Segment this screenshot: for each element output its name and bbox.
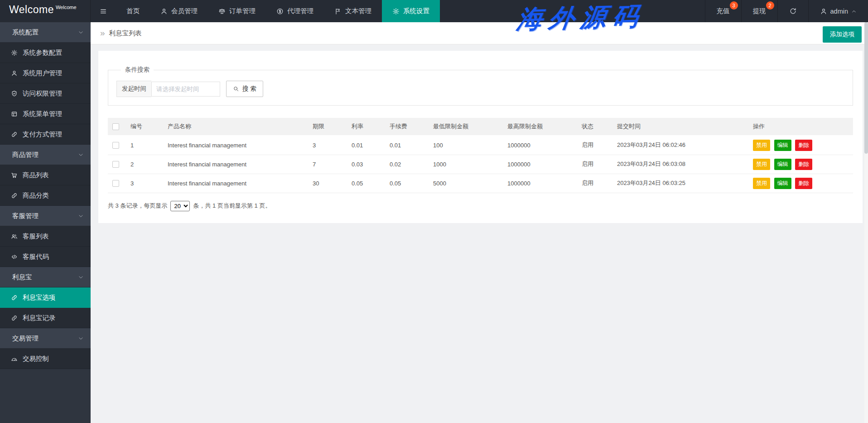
shield-check-icon	[11, 90, 18, 97]
cell-id: 3	[126, 174, 163, 193]
refresh-button[interactable]	[777, 0, 808, 22]
nav-item-agents[interactable]: 代理管理	[266, 0, 324, 22]
sidebar-group-label: 利息宝	[12, 273, 32, 282]
col-submit-time: 提交时间	[612, 118, 748, 136]
cell-status: 启用	[577, 136, 612, 155]
pagination-suffix: 条，共 1 页当前显示第 1 页。	[193, 202, 271, 210]
edit-button[interactable]: 编辑	[774, 140, 791, 151]
disable-button[interactable]: 禁用	[753, 178, 770, 189]
edit-button[interactable]: 编辑	[774, 178, 791, 189]
delete-button[interactable]: 删除	[795, 178, 812, 189]
sidebar-item-product-list[interactable]: 商品列表	[0, 165, 91, 185]
sidebar-item-system-users[interactable]: 系统用户管理	[0, 63, 91, 83]
cell-actions: 禁用 编辑 删除	[748, 174, 853, 193]
main-content: » 利息宝列表 添加选项 条件搜索 发起时间 搜 索	[91, 22, 868, 423]
code-icon	[11, 253, 18, 260]
add-option-button[interactable]: 添加选项	[823, 26, 862, 43]
menu-toggle-button[interactable]	[91, 0, 116, 22]
content-card: 条件搜索 发起时间 搜 索 编号 产品名称	[98, 51, 863, 223]
recharge-button[interactable]: 充值 3	[705, 0, 741, 22]
delete-button[interactable]: 删除	[795, 140, 812, 151]
gear-icon	[11, 49, 18, 56]
sidebar-item-label: 客服列表	[23, 232, 49, 241]
col-product-name: 产品名称	[163, 118, 308, 136]
sidebar-group-trade[interactable]: 交易管理	[0, 328, 91, 349]
chevron-down-icon	[78, 274, 84, 280]
topbar-right: 充值 3 提现 2 admin	[705, 0, 868, 22]
cell-fee: 0.05	[385, 174, 429, 193]
cell-id: 1	[126, 136, 163, 155]
date-input[interactable]	[151, 82, 220, 97]
sidebar-group-system-config[interactable]: 系统配置	[0, 22, 91, 43]
search-button[interactable]: 搜 索	[226, 81, 263, 97]
sidebar-group-label: 商品管理	[12, 151, 39, 159]
nav-item-orders[interactable]: 订单管理	[208, 0, 266, 22]
page-title: 利息宝列表	[109, 29, 142, 38]
table-row: 1 Interest financial management 3 0.01 0…	[108, 136, 853, 155]
nav-item-texts[interactable]: 文本管理	[324, 0, 382, 22]
cell-submit-time: 2023年03月24日 06:03:25	[612, 174, 748, 193]
sidebar-item-service-code[interactable]: 客服代码	[0, 247, 91, 267]
row-checkbox[interactable]	[112, 142, 119, 149]
chevron-down-icon	[78, 213, 84, 219]
nav-item-members[interactable]: 会员管理	[150, 0, 208, 22]
sidebar-item-payment-methods[interactable]: 支付方式管理	[0, 124, 91, 145]
link-icon	[11, 294, 18, 301]
sidebar-item-access-rights[interactable]: 访问权限管理	[0, 83, 91, 104]
sidebar-item-product-categories[interactable]: 商品分类	[0, 185, 91, 206]
sidebar-item-system-menus[interactable]: 系统菜单管理	[0, 104, 91, 124]
cell-term: 30	[308, 174, 347, 193]
sidebar-group-label: 客服管理	[12, 212, 39, 220]
sidebar-item-label: 交易控制	[23, 355, 49, 363]
edit-button[interactable]: 编辑	[774, 159, 791, 170]
sidebar-item-interest-records[interactable]: 利息宝记录	[0, 308, 91, 328]
user-icon	[820, 8, 827, 15]
search-icon	[233, 86, 239, 92]
sidebar-item-label: 商品分类	[23, 191, 49, 200]
user-menu[interactable]: admin	[808, 0, 868, 22]
cell-rate: 0.01	[347, 136, 385, 155]
scales-icon	[218, 8, 226, 15]
sidebar-item-trade-control[interactable]: 交易控制	[0, 349, 91, 369]
cell-min-limit: 1000	[429, 155, 503, 174]
row-checkbox[interactable]	[112, 180, 119, 187]
recharge-badge: 3	[730, 1, 738, 10]
col-actions: 操作	[748, 118, 853, 136]
users-icon	[11, 233, 18, 240]
withdraw-button[interactable]: 提现 2	[741, 0, 777, 22]
sidebar-group-interest-treasure[interactable]: 利息宝	[0, 267, 91, 287]
cart-icon	[11, 172, 18, 179]
cell-actions: 禁用 编辑 删除	[748, 155, 853, 174]
delete-button[interactable]: 删除	[795, 159, 812, 170]
cell-product-name: Interest financial management	[163, 174, 308, 193]
sidebar-item-label: 访问权限管理	[23, 89, 62, 98]
cell-product-name: Interest financial management	[163, 136, 308, 155]
per-page-select[interactable]: 20	[170, 201, 190, 211]
col-max-limit: 最高限制金额	[503, 118, 577, 136]
chevron-down-icon	[78, 335, 84, 341]
disable-button[interactable]: 禁用	[753, 140, 770, 151]
col-fee: 手续费	[385, 118, 429, 136]
user-icon	[11, 70, 18, 77]
table-row: 3 Interest financial management 30 0.05 …	[108, 174, 853, 193]
sidebar-item-interest-options[interactable]: 利息宝选项	[0, 287, 91, 308]
select-all-checkbox[interactable]	[112, 123, 119, 130]
cell-rate: 0.03	[347, 155, 385, 174]
sidebar-group-products[interactable]: 商品管理	[0, 145, 91, 165]
disable-button[interactable]: 禁用	[753, 159, 770, 170]
topbar: Welcome Welcome 首页 会员管理 订单管理 代理管理 文本管理 系…	[0, 0, 868, 22]
nav-item-settings[interactable]: 系统设置	[382, 0, 440, 22]
cell-term: 3	[308, 136, 347, 155]
sidebar-group-customer-service[interactable]: 客服管理	[0, 206, 91, 226]
cell-product-name: Interest financial management	[163, 155, 308, 174]
sidebar-item-system-params[interactable]: 系统参数配置	[0, 43, 91, 63]
row-checkbox[interactable]	[112, 161, 119, 168]
scrollbar-thumb[interactable]	[864, 22, 868, 154]
sidebar-item-label: 利息宝记录	[23, 314, 56, 322]
col-id: 编号	[126, 118, 163, 136]
nav-item-home[interactable]: 首页	[116, 0, 150, 22]
top-nav: 首页 会员管理 订单管理 代理管理 文本管理 系统设置	[116, 0, 440, 22]
cell-min-limit: 5000	[429, 174, 503, 193]
cell-max-limit: 1000000	[503, 155, 577, 174]
sidebar-item-service-list[interactable]: 客服列表	[0, 226, 91, 247]
